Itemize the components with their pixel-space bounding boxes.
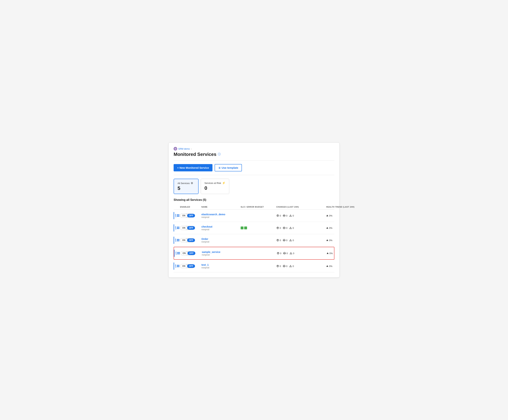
toggle-off-label: OFF xyxy=(187,226,195,230)
service-name-link[interactable]: sample_service xyxy=(202,251,220,253)
svg-rect-28 xyxy=(177,253,178,255)
svg-rect-35 xyxy=(178,265,179,266)
services-at-risk-card[interactable]: Services at Risk ⚡ 0 xyxy=(201,179,229,194)
trend-up-icon xyxy=(327,252,329,254)
svg-marker-33 xyxy=(327,252,329,254)
gear-icon: ⚙ xyxy=(191,181,193,185)
service-name-link[interactable]: checkout xyxy=(201,225,212,228)
svg-rect-19 xyxy=(178,239,179,240)
slo-blocks xyxy=(241,226,276,229)
enabled-toggle[interactable]: ON OFF xyxy=(180,213,194,218)
change-item: 0 xyxy=(289,239,294,242)
all-services-card[interactable]: All Services ⚙ 5 xyxy=(174,179,199,194)
change-item: 0 xyxy=(277,252,281,255)
service-env: nonprod xyxy=(201,240,241,243)
enabled-toggle[interactable]: ON OFF xyxy=(180,264,194,268)
svg-point-7 xyxy=(283,215,284,216)
svg-rect-10 xyxy=(177,227,178,228)
enabled-toggle[interactable]: ON OFF xyxy=(180,251,195,255)
trend-up-icon xyxy=(326,239,328,241)
svg-point-1 xyxy=(175,148,176,149)
change-value: 0 xyxy=(280,265,281,268)
action-divider xyxy=(174,175,334,175)
svg-rect-36 xyxy=(177,266,178,267)
app-badge-cell: APP xyxy=(174,237,180,244)
changes-cell: 000 xyxy=(276,226,326,229)
service-name-link[interactable]: elasticsearch_demo xyxy=(201,213,225,216)
app-type-label: APP xyxy=(175,251,177,255)
enabled-toggle[interactable]: ON OFF xyxy=(180,238,194,242)
svg-rect-26 xyxy=(177,252,178,253)
health-trend-cell: 0% xyxy=(326,227,362,229)
toggle-off-label: OFF xyxy=(187,239,195,242)
services-at-risk-label: Services at Risk ⚡ xyxy=(205,181,226,185)
change-value: 0 xyxy=(293,227,294,229)
change-value: 0 xyxy=(286,227,287,229)
svg-rect-37 xyxy=(178,266,179,267)
table-body: APP ON OFF elasticsearch_demo nonprod 00… xyxy=(174,210,334,272)
change-item: 0 xyxy=(289,265,294,268)
app-logo xyxy=(174,147,177,150)
trend-value: 0% xyxy=(329,239,332,242)
table-row[interactable]: APP ON OFF checkout nonprod 000 0% xyxy=(174,222,334,234)
health-trend-cell: 0% xyxy=(326,214,362,217)
app-badge: APP xyxy=(174,224,180,232)
app-badge-cell: APP xyxy=(174,250,180,257)
toggle-cell: ON OFF xyxy=(180,238,201,242)
change-item: 0 xyxy=(283,226,287,229)
table-row[interactable]: APP ON OFF sample_service nonprod 000 0% xyxy=(174,247,334,260)
svg-point-8 xyxy=(285,215,285,216)
use-template-button[interactable]: ⫼ Use template xyxy=(215,164,242,171)
toggle-on-label: ON xyxy=(180,239,187,242)
change-value: 0 xyxy=(280,239,281,242)
app-badge-cell: APP xyxy=(174,262,180,270)
table-row[interactable]: APP ON OFF Order nonprod 000 0% xyxy=(174,234,334,247)
service-name-cell: Order nonprod xyxy=(201,237,241,243)
svg-rect-20 xyxy=(177,240,178,241)
info-icon[interactable]: ⓘ xyxy=(218,152,221,156)
changes-cell: 000 xyxy=(276,265,326,268)
service-name-link[interactable]: test_1 xyxy=(201,263,209,266)
change-item: 0 xyxy=(289,226,294,229)
svg-rect-29 xyxy=(179,253,180,255)
th-type xyxy=(174,206,180,208)
app-badge: APP xyxy=(174,262,180,270)
change-item: 0 xyxy=(276,265,281,268)
breadcrumb-link[interactable]: SRM demo xyxy=(178,148,190,150)
enabled-toggle[interactable]: ON OFF xyxy=(180,226,194,230)
health-trend-cell: 0% xyxy=(326,239,362,242)
change-value: 0 xyxy=(293,239,294,242)
toggle-cell: ON OFF xyxy=(180,251,202,255)
service-env: nonprod xyxy=(201,266,241,269)
svg-rect-12 xyxy=(177,228,178,229)
svg-marker-41 xyxy=(326,265,328,267)
alert-icon xyxy=(289,239,292,242)
svg-rect-11 xyxy=(178,227,179,228)
app-type-label: APP xyxy=(175,239,177,242)
svg-point-39 xyxy=(283,266,284,266)
svg-point-16 xyxy=(285,228,285,228)
svg-rect-3 xyxy=(178,214,179,215)
change-value: 0 xyxy=(287,252,288,255)
trend-value: 0% xyxy=(329,214,332,217)
th-slo: SLO / ERROR BUDGET xyxy=(241,206,276,208)
toggle-on-label: ON xyxy=(180,264,187,268)
trend-up-icon xyxy=(326,215,328,217)
service-name-link[interactable]: Order xyxy=(201,238,208,240)
change-value: 0 xyxy=(286,239,287,242)
all-services-value: 5 xyxy=(177,186,195,191)
table-row[interactable]: APP ON OFF test_1 nonprod 000 0% xyxy=(174,260,334,272)
svg-rect-21 xyxy=(178,240,179,241)
change-item: 0 xyxy=(283,252,288,255)
svg-marker-17 xyxy=(326,227,328,229)
table-row[interactable]: APP ON OFF elasticsearch_demo nonprod 00… xyxy=(174,210,334,222)
service-env: nonprod xyxy=(201,216,241,218)
toggle-off-label: OFF xyxy=(188,251,195,255)
new-service-button[interactable]: + New Monitored Service xyxy=(174,164,213,171)
services-table: ENABLED NAME SLO / ERROR BUDGET CHANGES … xyxy=(174,204,334,272)
change-item: 0 xyxy=(283,214,287,217)
service-name-cell: elasticsearch_demo nonprod xyxy=(201,213,241,218)
changes-cell: 000 xyxy=(277,252,327,255)
trend-value: 0% xyxy=(329,252,333,255)
toggle-on-label: ON xyxy=(180,214,187,218)
